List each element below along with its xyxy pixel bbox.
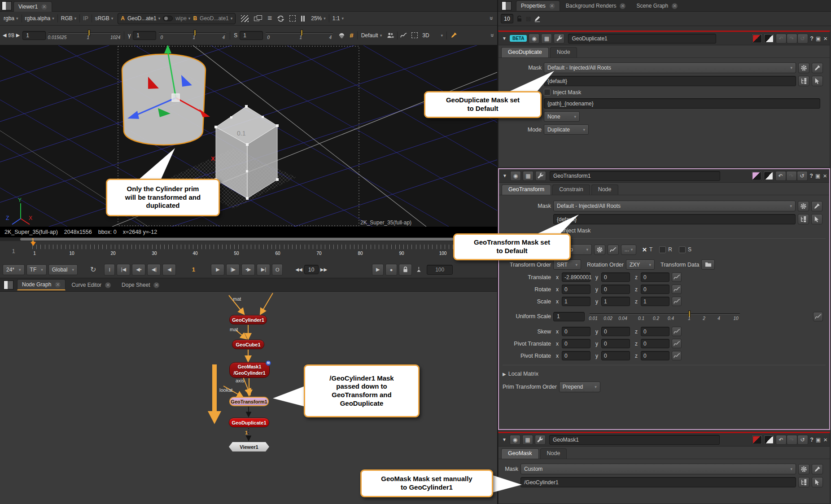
monitor-out-icon[interactable] — [254, 15, 262, 22]
input-process-toggle[interactable]: IP — [83, 15, 88, 22]
center-in-nodegraph-icon[interactable]: ◉ — [529, 34, 539, 44]
tab-viewer1[interactable]: Viewer1 ✕ — [13, 1, 52, 12]
parent-type-dropdown[interactable]: None▾ — [544, 111, 580, 122]
help-icon[interactable]: ? — [810, 437, 814, 443]
out-point-button[interactable]: O — [272, 264, 283, 276]
wipe-toggle[interactable] — [163, 16, 173, 21]
tab-scene-graph[interactable]: Scene Graph ✕ — [631, 0, 682, 11]
close-icon[interactable]: ✕ — [620, 3, 625, 9]
translate-y-field[interactable]: 0 — [601, 272, 630, 282]
redo-icon[interactable]: ↷ — [787, 435, 797, 445]
more-controls-chevron-icon[interactable]: » — [489, 34, 496, 37]
input-a-dropdown[interactable]: GeoD...ate1▾ — [127, 15, 160, 22]
tab-geomask[interactable]: GeoMask — [501, 448, 539, 459]
float-panel-icon[interactable]: ▣ — [816, 35, 821, 42]
tab-node[interactable]: Node — [591, 184, 618, 195]
edit-pencil-icon[interactable] — [534, 15, 541, 22]
saturation-slider[interactable]: 0 1 4 — [266, 29, 333, 42]
collapse-panel-icon[interactable]: ▼ — [501, 173, 508, 178]
playhead-marker[interactable] — [31, 242, 36, 246]
wrench-icon[interactable] — [535, 171, 546, 181]
skew-z-field[interactable]: 0 — [641, 327, 669, 336]
translate-x-field[interactable]: -2.8900001 — [562, 272, 590, 282]
close-icon[interactable]: ✕ — [55, 282, 61, 288]
play-forward-button[interactable]: ▶ — [211, 264, 224, 276]
more-tools-chevron-icon[interactable]: » — [488, 17, 495, 20]
zoom-level-dropdown[interactable]: 25%▾ — [311, 15, 326, 22]
pause-icon[interactable] — [301, 16, 305, 22]
snap-position-icon[interactable] — [594, 245, 605, 255]
record-button[interactable]: ● — [385, 264, 397, 276]
undo-icon[interactable]: ↶ — [776, 435, 787, 445]
transform-data-folder-icon[interactable] — [701, 259, 715, 270]
float-panel-icon[interactable]: ▣ — [816, 437, 821, 443]
wireframe-grid-icon[interactable]: # — [350, 31, 353, 39]
tab-geotransform[interactable]: GeoTransform — [502, 184, 551, 195]
channels-dropdown[interactable]: rgba▾ — [4, 15, 18, 22]
tab-node[interactable]: Node — [550, 47, 577, 57]
next-keyframe-button[interactable]: •▶ — [241, 264, 255, 276]
refresh-icon[interactable] — [277, 15, 284, 22]
rotate-x-field[interactable]: 0 — [562, 285, 590, 294]
wrench-icon[interactable] — [535, 435, 546, 445]
lock-panels-icon[interactable] — [516, 15, 523, 22]
animation-curve-icon[interactable] — [672, 272, 682, 282]
lut-curve-icon[interactable] — [400, 32, 407, 39]
snap-r-checkbox[interactable] — [659, 246, 666, 253]
node-geocube1[interactable]: GeoCube1 — [232, 340, 264, 349]
node-color-swatch[interactable] — [752, 34, 762, 44]
scale-x-field[interactable]: 1 — [562, 297, 590, 306]
animation-curve-icon[interactable] — [672, 297, 682, 306]
rotate-z-field[interactable]: 0 — [641, 285, 669, 294]
animation-curve-icon[interactable] — [672, 285, 682, 294]
fps-dropdown[interactable]: 24*▾ — [3, 264, 25, 275]
mask-dropdown[interactable]: Default - Injected/All Roots▾ — [553, 201, 796, 211]
mask-settings-gear-icon[interactable] — [798, 201, 809, 211]
range-end-field[interactable]: 100 — [427, 265, 453, 275]
scale-y-field[interactable]: 1 — [601, 297, 630, 306]
proxy-ratio-dropdown[interactable]: 1:1▾ — [332, 15, 344, 22]
prim-transform-order-dropdown[interactable]: Prepend▾ — [559, 381, 600, 392]
pivot-rotate-x-field[interactable]: 0 — [562, 351, 590, 360]
animation-curve-icon[interactable] — [672, 351, 682, 360]
roi-icon[interactable] — [289, 15, 296, 22]
gamma-slider[interactable]: 0 1 4 — [159, 29, 226, 42]
node-color-swatch[interactable] — [752, 435, 762, 445]
pivot-rotate-z-field[interactable]: 0 — [641, 351, 669, 360]
close-panel-icon[interactable]: × — [823, 436, 827, 443]
node-geomask1[interactable]: GeoMask1 /GeoCylinder1 M — [229, 362, 270, 378]
node-color-icon[interactable]: ▦ — [541, 34, 552, 44]
node-name-field[interactable]: GeoTransform1 — [550, 171, 720, 181]
tab-constrain[interactable]: Constrain — [552, 184, 590, 195]
snap-s-checkbox[interactable] — [679, 246, 686, 253]
mask-pattern-field[interactable]: {default} — [544, 76, 796, 86]
animation-curve-icon[interactable] — [813, 312, 823, 321]
tab-node-graph[interactable]: Node Graph ✕ — [17, 279, 66, 290]
alpha-dropdown[interactable]: rgba.alpha▾ — [25, 15, 54, 22]
mask-picker-eyedropper-icon[interactable] — [811, 201, 822, 211]
select-in-viewer-icon[interactable] — [812, 76, 823, 86]
select-in-viewer-icon[interactable] — [811, 214, 822, 224]
uniform-scale-field[interactable]: 1 — [553, 312, 585, 321]
mask-dropdown[interactable]: Custom▾ — [520, 464, 796, 474]
tab-geoduplicate[interactable]: GeoDuplicate — [501, 47, 549, 57]
revert-icon[interactable]: ↺ — [797, 34, 808, 44]
expand-right-icon[interactable]: ▶ — [503, 372, 506, 377]
max-panels-field[interactable]: 10 — [501, 14, 513, 23]
tab-properties[interactable]: Properties ✕ — [516, 0, 560, 11]
gamma-input[interactable]: 1 — [133, 31, 156, 40]
node-geotransform1[interactable]: GeoTransform1 — [229, 397, 269, 406]
lock-range-button[interactable] — [399, 264, 412, 276]
rotation-order-dropdown[interactable]: ZXY▾ — [626, 259, 655, 270]
skew-x-field[interactable]: 0 — [562, 327, 590, 336]
loop-mode-icon[interactable]: ↻ — [90, 265, 96, 274]
mask-path-field[interactable]: /GeoCylinder1 — [520, 477, 796, 487]
node-color-icon[interactable]: ▦ — [522, 435, 533, 445]
saturation-input[interactable]: 1 — [240, 31, 263, 40]
pane-layout-icon[interactable] — [502, 1, 512, 10]
ramp-range-icon[interactable] — [415, 266, 421, 273]
mask-settings-gear-icon[interactable] — [798, 63, 809, 73]
gain-input[interactable]: 1 — [22, 31, 46, 40]
sample-eyedropper-icon[interactable] — [450, 32, 457, 39]
mask-picker-eyedropper-icon[interactable] — [812, 63, 823, 73]
